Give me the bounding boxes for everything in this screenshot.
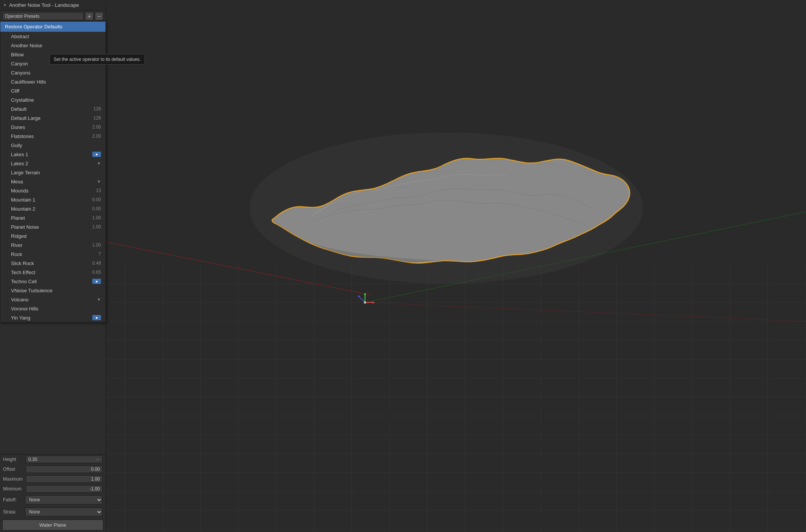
viewport-grid xyxy=(106,0,806,532)
panel-triangle-icon: ▼ xyxy=(3,3,7,7)
maximum-field[interactable]: 1.00 xyxy=(26,475,102,483)
maximum-label: Maximum xyxy=(3,476,26,482)
preset-another-noise[interactable]: Another Noise xyxy=(0,41,106,50)
restore-defaults-item[interactable]: Restore Operator Defaults xyxy=(0,22,106,32)
minimum-row: Minimum -1.00 xyxy=(0,484,106,494)
preset-voronoi-hills[interactable]: Voronoi Hills xyxy=(0,304,106,313)
preset-abstract[interactable]: Abstract xyxy=(0,32,106,41)
remove-preset-button[interactable]: − xyxy=(95,12,103,20)
preset-gully[interactable]: Gully xyxy=(0,141,106,150)
height-row: Height 0.30 ↔ xyxy=(0,454,106,464)
add-preset-button[interactable]: + xyxy=(85,12,93,20)
operator-presets-dropdown[interactable]: Operator Presets xyxy=(2,12,84,20)
terrain-mesh xyxy=(250,132,643,284)
preset-lakes1[interactable]: Lakes 1 ● xyxy=(0,150,106,159)
preset-techno-cell[interactable]: Techno Cell ● xyxy=(0,277,106,286)
preset-crystalline[interactable]: Crystalline xyxy=(0,95,106,104)
panel-header: ▼ Another Noise Tool - Landscape xyxy=(0,0,106,11)
falloff-select[interactable]: None xyxy=(25,495,102,504)
preset-volcano[interactable]: Volcano ▼ xyxy=(0,295,106,304)
height-field[interactable]: 0.30 ↔ xyxy=(26,456,102,463)
preset-cliff[interactable]: Cliff xyxy=(0,86,106,95)
preset-dropdown-menu: Restore Operator Defaults Set the active… xyxy=(0,21,106,323)
offset-field[interactable]: 0.00 xyxy=(26,465,102,473)
preset-large-terrain[interactable]: Large Terrain xyxy=(0,168,106,177)
minimum-field[interactable]: -1.00 xyxy=(26,485,102,493)
preset-ridged[interactable]: Ridged xyxy=(0,231,106,240)
preset-lakes2[interactable]: Lakes 2 ▼ xyxy=(0,159,106,168)
height-label: Height xyxy=(3,457,26,462)
minimum-label: Minimum xyxy=(3,486,26,492)
preset-mesa[interactable]: Mesa ▼ xyxy=(0,177,106,186)
preset-slick-rock[interactable]: Slick Rock 0.48 xyxy=(0,259,106,268)
preset-vnoise-turbulence[interactable]: VNoise Turbulence xyxy=(0,286,106,295)
offset-label: Offset xyxy=(3,467,26,472)
preset-mountain1[interactable]: Mountain 1 0.00 xyxy=(0,195,106,204)
preset-canyons[interactable]: Canyons xyxy=(0,68,106,77)
preset-dunes[interactable]: Dunes 2.00 xyxy=(0,123,106,132)
preset-yin-yang[interactable]: Yin Yang ● xyxy=(0,313,106,322)
preset-default-large[interactable]: Default Large 128 xyxy=(0,113,106,123)
preset-flatstones[interactable]: Flatstones 2.00 xyxy=(0,132,106,141)
preset-default[interactable]: Default 128 xyxy=(0,104,106,113)
svg-point-44 xyxy=(364,301,366,304)
strata-row: Strata: None xyxy=(0,506,106,518)
restore-tooltip: Set the active operator to its default v… xyxy=(50,54,145,65)
preset-river[interactable]: River 1.00 xyxy=(0,240,106,250)
preset-cauliflower-hills[interactable]: Cauliflower Hills xyxy=(0,77,106,86)
bottom-params-section: Height 0.30 ↔ Offset 0.00 Maximum 1.00 M… xyxy=(0,454,106,532)
preset-mountain2[interactable]: Mountain 2 0.00 xyxy=(0,204,106,213)
3d-viewport[interactable] xyxy=(106,0,806,532)
preset-planet[interactable]: Planet 1.00 xyxy=(0,213,106,222)
maximum-row: Maximum 1.00 xyxy=(0,474,106,484)
strata-select[interactable]: None xyxy=(25,507,102,516)
strata-label: Strata: xyxy=(3,509,22,515)
preset-rock[interactable]: Rock 7 xyxy=(0,250,106,259)
water-plane-button[interactable]: Water Plane xyxy=(2,520,103,530)
preset-mounds[interactable]: Mounds 13 xyxy=(0,186,106,195)
sidebar-panel: ▼ Another Noise Tool - Landscape Operato… xyxy=(0,0,106,532)
presets-bar: Operator Presets + − xyxy=(0,11,106,22)
falloff-row: Falloff: None xyxy=(0,494,106,506)
panel-title: Another Noise Tool - Landscape xyxy=(9,2,79,8)
falloff-label: Falloff: xyxy=(3,497,22,503)
offset-row: Offset 0.00 xyxy=(0,464,106,474)
preset-tech-effect[interactable]: Tech Effect 0.65 xyxy=(0,268,106,277)
preset-planet-noise[interactable]: Planet Noise 1.00 xyxy=(0,222,106,231)
